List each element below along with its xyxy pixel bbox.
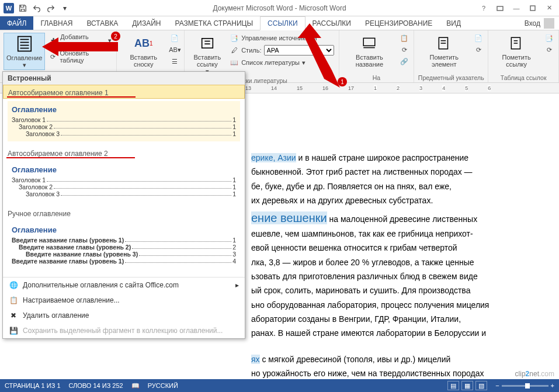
update-index-button[interactable]: ⟳	[473, 44, 484, 55]
qat-more-icon[interactable]: ▾	[60, 3, 70, 13]
svg-rect-1	[530, 6, 535, 11]
mark-entry-button[interactable]: Пометить элемент	[418, 33, 470, 69]
annotation-badge-1: 1	[338, 77, 347, 86]
window-controls: ? — ✕	[476, 2, 557, 14]
sign-in-area[interactable]: Вход	[525, 16, 559, 30]
footnote-icon: AB1	[134, 34, 153, 53]
watermark: clip2net.com	[515, 370, 554, 378]
insert-caption-button[interactable]: Вставить название	[343, 33, 397, 69]
status-page[interactable]: СТРАНИЦА 1 ИЗ 1	[5, 382, 61, 389]
annotation-underline	[7, 96, 136, 98]
gallery-auto-toc-1[interactable]: Автособираемое оглавление 1	[3, 85, 245, 99]
cross-reference-button[interactable]: 🔗	[398, 56, 410, 67]
view-print-icon[interactable]: ▦	[461, 381, 473, 390]
remove-icon: ✖	[9, 311, 18, 320]
close-icon[interactable]: ✕	[541, 2, 557, 14]
svg-rect-2	[18, 37, 31, 51]
undo-icon[interactable]	[32, 3, 42, 13]
minimize-icon[interactable]: —	[509, 2, 524, 14]
help-icon[interactable]: ?	[476, 2, 491, 14]
next-footnote-button[interactable]: AB▾	[169, 44, 180, 55]
annotation-underline	[6, 157, 135, 158]
zoom-slider[interactable]: − +	[495, 382, 554, 389]
zoom-out-icon[interactable]: −	[495, 382, 499, 389]
dd-save-selection: 💾Сохранить выделенный фрагмент в коллекц…	[3, 323, 245, 338]
mark-citation-button[interactable]: Пометить ссылку	[492, 33, 541, 69]
office-icon: 🌐	[9, 280, 18, 290]
group-toa: Пометить ссылку 📑 ⟳ Таблица ссылок	[488, 30, 559, 82]
mark-entry-icon	[435, 34, 453, 53]
annotation-arrow-2	[42, 35, 118, 58]
tab-review[interactable]: РЕЦЕНЗИРОВАНИЕ	[358, 16, 439, 30]
annotation-badge-2: 2	[111, 32, 120, 41]
gallery-manual-toc[interactable]: Ручное оглавление	[3, 206, 245, 219]
ribbon-display-icon[interactable]	[492, 2, 508, 14]
gallery-preview-1[interactable]: Оглавление Заголовок 11 Заголовок 21 Заг…	[8, 101, 240, 141]
insert-toa-button[interactable]: 📑	[543, 33, 555, 43]
custom-toc-icon: 📋	[9, 296, 18, 305]
dd-menu: 🌐Дополнительные оглавления с сайта Offic…	[3, 277, 245, 338]
view-buttons: ▤ ▦ ▧	[447, 381, 487, 390]
zoom-in-icon[interactable]: +	[551, 382, 554, 389]
insert-table-figures-button[interactable]: 📋	[398, 33, 410, 43]
insert-footnote-button[interactable]: AB1 Вставить сноску	[120, 33, 166, 69]
title-bar: W ▾ Документ Microsoft Word - Microsoft …	[0, 0, 559, 16]
gallery-auto-toc-2[interactable]: Автособираемое оглавление 2	[3, 146, 245, 159]
document-text[interactable]: ерике, Азии и в нашей стране широкое рас…	[251, 152, 541, 379]
manage-sources-icon: 📑	[230, 33, 239, 43]
status-words[interactable]: СЛОВО 14 ИЗ 252	[69, 382, 123, 389]
tab-view[interactable]: ВИД	[439, 16, 468, 30]
maximize-icon[interactable]	[525, 2, 540, 14]
redo-icon[interactable]	[46, 3, 56, 13]
status-bar: СТРАНИЦА 1 ИЗ 1 СЛОВО 14 ИЗ 252 📖 РУССКИ…	[0, 379, 559, 392]
svg-rect-10	[364, 38, 376, 46]
group-index: Пометить элемент 📄 ⟳ Предметный указател…	[414, 30, 488, 82]
ribbon-tabs: ФАЙЛ ГЛАВНАЯ ВСТАВКА ДИЗАЙН РАЗМЕТКА СТР…	[0, 16, 559, 30]
show-notes-button[interactable]: ☰	[169, 56, 180, 67]
dd-custom-toc[interactable]: 📋Настраиваемое оглавление...	[3, 293, 245, 308]
dd-remove-toc[interactable]: ✖Удалить оглавление	[3, 308, 245, 323]
sign-in-label: Вход	[525, 19, 540, 27]
caption-icon	[360, 34, 379, 53]
gallery-preview-manual[interactable]: Оглавление Введите название главы (урове…	[8, 221, 240, 269]
tab-layout[interactable]: РАЗМЕТКА СТРАНИЦЫ	[168, 16, 261, 30]
svg-marker-17	[298, 23, 340, 88]
toc-button[interactable]: Оглавление▾	[4, 33, 45, 70]
svg-marker-16	[42, 37, 118, 56]
update-toa-button[interactable]: ⟳	[543, 44, 555, 55]
status-lang[interactable]: РУССКИЙ	[148, 382, 178, 389]
gallery-preview-2[interactable]: Оглавление Заголовок 11 Заголовок 21 Заг…	[8, 161, 240, 202]
quick-access-toolbar: W ▾	[0, 3, 70, 13]
save-icon[interactable]	[18, 3, 28, 13]
tab-file[interactable]: ФАЙЛ	[0, 16, 33, 30]
svg-rect-7	[202, 39, 213, 48]
update-table-figures-button[interactable]: ⟳	[398, 44, 410, 55]
mark-citation-icon	[507, 34, 526, 53]
tab-home[interactable]: ГЛАВНАЯ	[33, 16, 79, 30]
save-selection-icon: 💾	[9, 326, 18, 335]
insert-index-button[interactable]: 📄	[473, 33, 484, 43]
word-app-icon: W	[4, 3, 14, 13]
tab-insert[interactable]: ВСТАВКА	[79, 16, 125, 30]
toc-icon	[15, 34, 34, 53]
citation-icon	[198, 34, 217, 53]
dd-section-builtin: Встроенный	[3, 72, 245, 85]
style-icon: 🖊	[230, 46, 239, 55]
insert-citation-button[interactable]: Вставить ссылку▾	[188, 33, 226, 76]
status-proofing-icon[interactable]: 📖	[131, 382, 140, 390]
dd-more-office[interactable]: 🌐Дополнительные оглавления с сайта Offic…	[3, 277, 245, 293]
insert-endnote-button[interactable]: 📄	[169, 33, 180, 43]
toc-dropdown-panel[interactable]: Встроенный Автособираемое оглавление 1 О…	[2, 71, 245, 339]
svg-rect-0	[497, 6, 503, 11]
bibliography-icon: 📖	[230, 58, 239, 67]
tab-design[interactable]: ДИЗАЙН	[125, 16, 168, 30]
view-read-icon[interactable]: ▤	[447, 381, 459, 390]
window-title: Документ Microsoft Word - Microsoft Word	[213, 4, 346, 12]
avatar-icon	[544, 18, 554, 29]
view-web-icon[interactable]: ▧	[475, 381, 487, 390]
